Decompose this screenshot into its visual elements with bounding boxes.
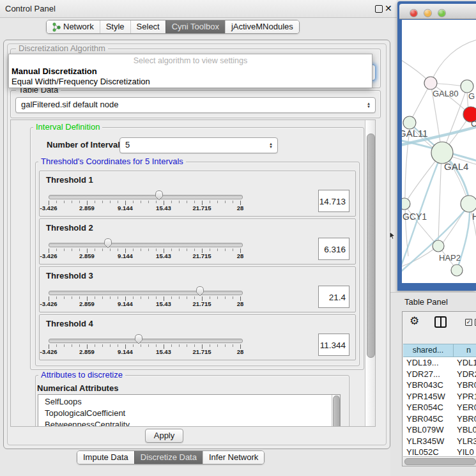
settings-scrollbar-track[interactable] [365, 120, 376, 426]
stepper-arrows-icon[interactable]: ▲▼ [367, 102, 371, 109]
settings-scrollbar-thumb[interactable] [367, 134, 375, 358]
control-panel-tabbar: NetworkStyleSelectCyni ToolboxjActiveMNo… [46, 20, 300, 34]
numerical-attributes-list[interactable]: SelfLoopsTopologicalCoefficientBetweenne… [38, 394, 341, 427]
table-row[interactable]: YPR145WYPR1 [403, 391, 476, 403]
table-panel-box: ⚙ ✓ ✓ shared...n YDL19...YDL1YDR27...YDR… [402, 311, 476, 466]
column-layout-icon[interactable] [434, 316, 447, 328]
tab-label: jActiveMNodules [231, 20, 293, 33]
float-window-icon[interactable] [375, 5, 383, 13]
table-row[interactable]: YLR345WYLR3 [403, 436, 476, 447]
apply-button[interactable]: Apply [145, 429, 183, 443]
network-edge[interactable] [438, 155, 441, 243]
slider-tick [79, 249, 80, 251]
slider-thumb[interactable] [134, 333, 144, 345]
tab-cyni-toolbox[interactable]: Cyni Toolbox [165, 20, 225, 33]
tick-label: 9.144 [118, 204, 133, 211]
column-header-shared-[interactable]: shared... [403, 344, 454, 357]
slider-tick [210, 344, 210, 347]
table-data-combobox[interactable]: galFiltered.sif default node ▲▼ [15, 97, 376, 113]
network-node-gal11[interactable] [403, 116, 416, 129]
tab-network[interactable]: Network [47, 20, 100, 33]
slider-track[interactable] [49, 195, 243, 199]
network-node-g[interactable] [461, 80, 473, 93]
popup-item-manual-discretization[interactable]: Manual Discretization [12, 66, 97, 76]
network-node-hap2[interactable] [433, 240, 444, 252]
slider-tick [102, 344, 103, 347]
network-node-gcy1[interactable] [402, 198, 410, 210]
slider-track[interactable] [49, 339, 243, 343]
close-light[interactable] [410, 10, 417, 17]
threshold-value-field[interactable]: 21.4 [318, 286, 349, 308]
gear-icon[interactable]: ⚙ [410, 314, 419, 328]
slider-tick [187, 296, 187, 299]
slider-tick [225, 344, 226, 347]
slider-tick [171, 249, 172, 251]
cell-shared-name: YDR27... [406, 369, 440, 380]
table-hscrollbar-track[interactable] [403, 456, 476, 465]
checkbox-checked-icon[interactable]: ✓ [465, 319, 472, 326]
list-item[interactable]: SelfLoops [45, 396, 82, 408]
tab-select[interactable]: Select [130, 20, 165, 33]
table-row[interactable]: YDL19...YDL1 [403, 357, 476, 369]
slider-tick [194, 249, 195, 251]
network-edge[interactable] [431, 39, 476, 83]
tick-label: 21.715 [192, 252, 211, 259]
group-title: Discretization Algorithm [16, 44, 108, 53]
slider-tick [64, 344, 65, 347]
tab-style[interactable]: Style [100, 20, 130, 33]
column-header-n[interactable]: n [454, 344, 476, 357]
network-view-window[interactable]: GAL80GCGAL11GAL4GCY1HHAP2 [397, 1, 476, 291]
network-node-h[interactable] [461, 196, 476, 212]
slider-tick [95, 296, 95, 299]
table-row[interactable]: YIL052CYIL0 [403, 447, 476, 456]
network-node-partial-node[interactable] [451, 265, 463, 276]
tab-impute-data[interactable]: Impute Data [77, 451, 134, 464]
tab-infer-network[interactable]: Infer Network [203, 451, 264, 464]
list-item[interactable]: TopologicalCoefficient [45, 408, 125, 419]
group-title: Threshold's Coordinates for 5 Intervals [38, 157, 186, 166]
tick-label: 21.715 [192, 300, 211, 307]
slider-thumb[interactable] [154, 189, 164, 201]
table-row[interactable]: YER054CYER0 [403, 402, 476, 413]
list-item[interactable]: BetweennessCentrality [45, 419, 130, 427]
zoom-light[interactable] [438, 10, 445, 17]
threshold-value-field[interactable]: 11.344 [318, 334, 349, 356]
threshold-row-1: Threshold 1-3.4262.8599.14415.4321.71528… [39, 171, 356, 217]
tab-discretize-data[interactable]: Discretize Data [134, 451, 203, 464]
stepper-arrows-icon[interactable]: ▲▼ [269, 142, 273, 149]
table-row[interactable]: YDR27...YDR2 [403, 369, 476, 380]
network-node-gal80[interactable] [424, 77, 437, 89]
table-row[interactable]: YBR045CYBR0 [403, 413, 476, 425]
slider-tick [233, 201, 233, 203]
network-edge[interactable] [402, 58, 429, 81]
table-hscrollbar-thumb[interactable] [404, 458, 476, 465]
slider-thumb[interactable] [103, 237, 113, 249]
network-canvas[interactable]: GAL80GCGAL11GAL4GCY1HHAP2 [402, 20, 476, 283]
slider-track[interactable] [49, 291, 243, 295]
slider-tick [110, 344, 111, 347]
slider-tick [217, 201, 218, 203]
slider-tick [187, 201, 187, 203]
tick-label: 2.859 [79, 204, 95, 211]
threshold-value-field[interactable]: 6.316 [318, 238, 349, 260]
table-row[interactable]: YBR043CYBR0 [403, 380, 476, 391]
number-of-intervals-combobox[interactable]: 5 ▲▼ [119, 137, 278, 153]
tick-label: 2.859 [79, 300, 95, 307]
minimize-light[interactable] [424, 10, 431, 17]
cell-shared-name: YBL079W [406, 424, 444, 436]
slider-tick [141, 296, 141, 299]
threshold-value-field[interactable]: 14.713 [318, 190, 349, 212]
table-data-value: galFiltered.sif default node [21, 98, 118, 112]
slider-track[interactable] [49, 243, 243, 247]
tab-jactivemnodules[interactable]: jActiveMNodules [225, 20, 299, 33]
popup-item-equal-width-frequency-discretization[interactable]: Equal Width/Frequency Discretization [12, 77, 150, 86]
close-icon[interactable]: ✕ [385, 3, 392, 13]
list-scrollbar-thumb[interactable] [333, 395, 340, 427]
network-node-gal4[interactable] [431, 142, 453, 164]
table-rows[interactable]: YDL19...YDL1YDR27...YDR2YBR043CYBR0YPR14… [403, 357, 476, 456]
slider-thumb[interactable] [195, 285, 205, 297]
table-row[interactable]: YBL079WYBL0 [403, 424, 476, 436]
table-header-row[interactable]: shared...n [403, 344, 476, 357]
tab-label: Impute Data [83, 451, 128, 464]
list-scrollbar-track[interactable] [332, 395, 340, 427]
